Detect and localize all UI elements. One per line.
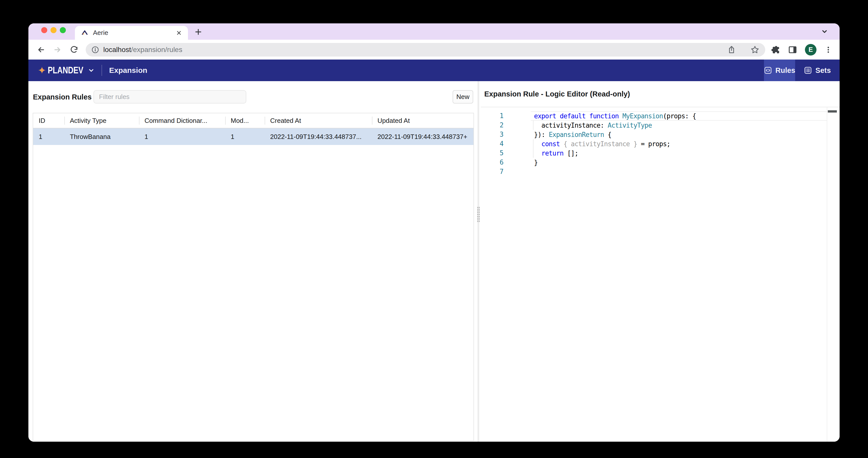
expansion-rules-header: Expansion Rules New: [28, 81, 477, 113]
line-number: 5: [481, 149, 503, 158]
code-line[interactable]: 2 activityInstance: ActivityType: [481, 121, 840, 130]
bookmark-star-icon[interactable]: [750, 45, 760, 55]
site-info-icon[interactable]: [91, 46, 99, 54]
column-header[interactable]: Updated At: [372, 113, 473, 128]
extensions-puzzle-icon[interactable]: [771, 45, 780, 55]
browser-tab-aerie[interactable]: Aerie: [75, 26, 188, 40]
code-text: }): ExpansionReturn {: [534, 131, 612, 138]
table-cell: 1: [33, 128, 64, 145]
column-header[interactable]: Activity Type: [64, 113, 139, 128]
reload-button[interactable]: [69, 45, 79, 55]
column-header[interactable]: Mod...: [225, 113, 265, 128]
code-text: return [];: [534, 150, 578, 157]
indent-guide: [533, 121, 533, 130]
side-panel-icon[interactable]: [788, 45, 797, 55]
browser-toolbar: localhost/expansion/rules E: [28, 40, 840, 60]
favicon-aerie-icon: [81, 29, 89, 37]
table-row[interactable]: 1ThrowBanana112022-11-09T19:44:33.448737…: [33, 128, 473, 145]
filter-rules-input[interactable]: [93, 90, 246, 103]
column-header[interactable]: Created At: [265, 113, 372, 128]
list-icon: [804, 66, 812, 74]
nav-tab-sets-label: Sets: [815, 66, 831, 75]
menu-kebab-icon[interactable]: [824, 45, 833, 54]
nav-tab-rules-label: Rules: [776, 66, 795, 75]
url-host: localhost: [103, 46, 131, 54]
screenshot-stage: Aerie: [0, 0, 868, 458]
code-line[interactable]: 3}): ExpansionReturn {: [481, 130, 840, 139]
toolbar-right-icons: E: [771, 44, 840, 56]
indent-guide: [533, 149, 533, 158]
app-menu-chevron-icon[interactable]: [88, 67, 95, 74]
rules-table-body: 1ThrowBanana112022-11-09T19:44:33.448737…: [33, 128, 473, 145]
zoom-window-button[interactable]: [60, 27, 66, 33]
rules-table: IDActivity TypeCommand Dictionar...Mod..…: [33, 113, 474, 441]
tab-close-icon[interactable]: [176, 30, 182, 36]
code-line[interactable]: 6}: [481, 158, 840, 167]
code-line[interactable]: 1export default function MyExpansion(pro…: [481, 111, 840, 121]
page-title: Expansion: [109, 66, 147, 75]
rules-table-header-row: IDActivity TypeCommand Dictionar...Mod..…: [33, 113, 473, 128]
panel-resize-handle[interactable]: [477, 81, 479, 442]
code-brackets-icon: [764, 66, 772, 74]
tab-strip: Aerie: [28, 23, 840, 40]
logic-editor-title: Expansion Rule - Logic Editor (Read-only…: [484, 90, 630, 98]
navbar-divider: [101, 65, 102, 76]
nav-tab-rules[interactable]: Rules: [764, 60, 795, 81]
code-lines: 1export default function MyExpansion(pro…: [481, 111, 840, 176]
new-rule-button[interactable]: New: [453, 90, 473, 103]
brand-logo: PLANDEV: [48, 65, 83, 76]
tab-search-chevron-icon[interactable]: [820, 27, 829, 35]
code-text: export default function MyExpansion(prop…: [534, 112, 696, 120]
line-number: 6: [481, 158, 503, 167]
code-line[interactable]: 7: [481, 167, 840, 176]
line-number: 1: [481, 111, 503, 121]
traffic-lights: [41, 27, 66, 33]
code-text: }: [534, 159, 538, 166]
line-number: 2: [481, 121, 503, 130]
drag-dots-icon: [477, 206, 480, 223]
line-number: 7: [481, 167, 503, 176]
line-number: 4: [481, 139, 503, 149]
panel-title: Expansion Rules: [33, 93, 92, 101]
column-header[interactable]: Command Dictionar...: [139, 113, 225, 128]
code-editor[interactable]: 1export default function MyExpansion(pro…: [481, 107, 840, 442]
expansion-rules-panel: Expansion Rules New IDActivity TypeComma…: [28, 81, 477, 442]
table-cell: 2022-11-09T19:44:33.448737...: [265, 128, 372, 145]
close-window-button[interactable]: [41, 27, 47, 33]
app-navbar: ✦ PLANDEV Expansion Rules Sets: [28, 60, 840, 81]
profile-avatar[interactable]: E: [805, 44, 816, 56]
browser-window: Aerie: [28, 23, 840, 442]
table-cell: ThrowBanana: [64, 128, 139, 145]
url-bar[interactable]: localhost/expansion/rules: [86, 43, 765, 57]
content-area: Expansion Rules New IDActivity TypeComma…: [28, 81, 840, 442]
code-text: const { activityInstance } = props;: [534, 140, 670, 148]
column-header[interactable]: ID: [33, 113, 64, 128]
logic-editor-header: Expansion Rule - Logic Editor (Read-only…: [481, 81, 840, 107]
forward-button[interactable]: [53, 45, 63, 55]
new-tab-button[interactable]: [194, 28, 202, 36]
code-line[interactable]: 4 const { activityInstance } = props;: [481, 139, 840, 149]
url-path: /expansion/rules: [131, 46, 182, 54]
nav-tab-sets[interactable]: Sets: [795, 60, 840, 81]
url-text: localhost/expansion/rules: [103, 46, 727, 54]
table-cell: 2022-11-09T19:44:33.448737+: [372, 128, 473, 145]
code-line[interactable]: 5 return [];: [481, 149, 840, 158]
brand-star-icon: ✦: [38, 65, 46, 75]
table-cell: 1: [225, 128, 265, 145]
minimize-window-button[interactable]: [51, 27, 57, 33]
back-button[interactable]: [36, 45, 46, 55]
share-icon[interactable]: [727, 45, 736, 54]
table-cell: 1: [139, 128, 225, 145]
indent-guide: [533, 139, 533, 149]
logic-editor-panel: Expansion Rule - Logic Editor (Read-only…: [481, 81, 840, 442]
tab-title: Aerie: [93, 29, 176, 37]
line-number: 3: [481, 130, 503, 139]
code-text: activityInstance: ActivityType: [534, 122, 652, 129]
